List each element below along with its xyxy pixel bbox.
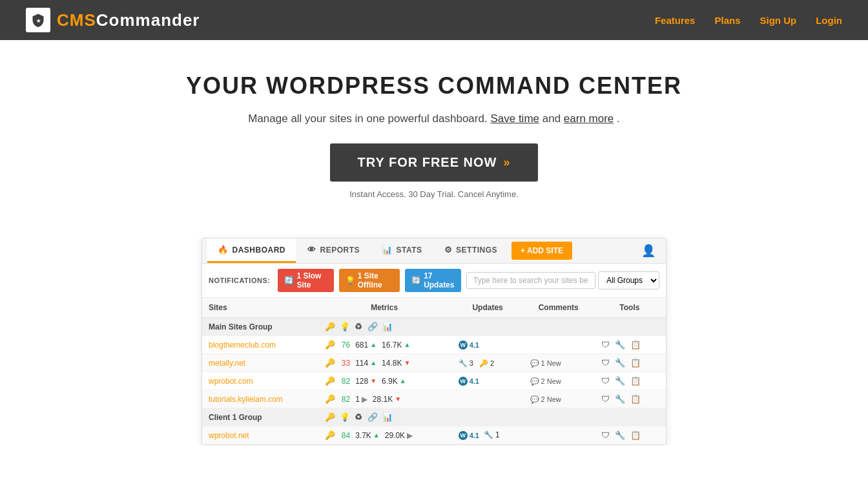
metric2: 6.9K▲ xyxy=(382,377,406,386)
list-icon[interactable]: 📋 xyxy=(630,340,641,350)
updates-cell: W 4.1 🔧 1 xyxy=(452,426,524,445)
comment-badge: 💬 2 New xyxy=(530,377,561,386)
groups-select[interactable]: All Groups xyxy=(598,271,659,289)
shield-icon[interactable]: 🛡 xyxy=(601,394,610,404)
svg-text:★: ★ xyxy=(36,18,41,24)
metrics-cell: 🔑 76 681▲ 16.7K▲ xyxy=(317,336,452,354)
site-link[interactable]: tutorials.kylielam.com xyxy=(209,395,283,404)
key-icon[interactable]: 🔑 xyxy=(325,322,335,331)
site-link[interactable]: metally.net xyxy=(209,359,245,368)
tools-cell: 🛡 🔧 📋 xyxy=(594,336,666,354)
comment-badge: 💬 2 New xyxy=(530,395,561,404)
nav-signup[interactable]: Sign Up xyxy=(760,15,797,26)
link-icon[interactable]: 🔗 xyxy=(367,322,378,331)
group-row: Main Sites Group 🔑 💡 ♻ 🔗 📊 xyxy=(202,318,666,336)
score-red: 33 xyxy=(342,359,350,368)
metrics-cell: 🔑 33 114▲ 14.8K▼ xyxy=(317,354,452,372)
tab-stats[interactable]: 📊 STATS xyxy=(371,238,433,263)
col-sites: Sites xyxy=(202,298,317,318)
table-header-row: Sites Metrics Updates Comments Tools xyxy=(202,298,666,318)
key-icon[interactable]: 🔑 xyxy=(325,394,335,404)
wp-badge: W 4.1 xyxy=(459,431,479,440)
cta-arrow-icon: » xyxy=(503,156,510,169)
tab-settings[interactable]: ⚙ SETTINGS xyxy=(434,238,508,263)
group-row: Client 1 Group 🔑 💡 ♻ 🔗 📊 xyxy=(202,408,666,426)
recycle-icon[interactable]: ♻ xyxy=(355,412,362,422)
tools-cell: 🛡 🔧 📋 xyxy=(594,354,666,372)
chart-icon[interactable]: 📊 xyxy=(382,322,393,331)
tab-reports[interactable]: 👁 REPORTS xyxy=(297,238,370,263)
nav-plans[interactable]: Plans xyxy=(714,15,740,26)
key-icon[interactable]: 🔑 xyxy=(325,412,335,422)
add-site-button[interactable]: + ADD SITE xyxy=(512,242,572,260)
recycle-icon[interactable]: ♻ xyxy=(355,322,362,331)
comments-cell xyxy=(524,336,594,354)
hero-link-earn-more[interactable]: earn more xyxy=(564,112,614,125)
key-icon[interactable]: 🔑 xyxy=(325,376,335,386)
wp-badge: W 4.1 xyxy=(459,377,479,386)
metrics-cell: 🔑 84 3.7K▲ 29.0K▶ xyxy=(317,426,452,445)
list-icon[interactable]: 📋 xyxy=(630,430,641,440)
wrench-icon[interactable]: 🔧 xyxy=(615,394,625,404)
metrics-cell: 🔑 82 1▶ 28.1K▼ xyxy=(317,390,452,408)
nav-features[interactable]: Features xyxy=(655,15,696,26)
table-row: wprobot.com 🔑 82 128▼ 6.9K▲ xyxy=(202,372,666,390)
table-row: wprobot.net 🔑 84 3.7K▲ 29.0K▶ xyxy=(202,426,666,445)
sites-table: Sites Metrics Updates Comments Tools Mai… xyxy=(202,298,666,445)
updates-badge[interactable]: 🔄 17 Updates xyxy=(405,269,461,292)
col-updates: Updates xyxy=(452,298,524,318)
wrench-icon[interactable]: 🔧 xyxy=(615,358,625,368)
shield-icon[interactable]: 🛡 xyxy=(601,340,610,350)
group-tools-icons: 🔑 💡 ♻ 🔗 📊 xyxy=(317,318,452,336)
updates-cell: W 4.1 xyxy=(452,336,524,354)
score-green: 82 xyxy=(342,377,350,386)
shield-icon[interactable]: 🛡 xyxy=(601,376,610,386)
wrench-icon[interactable]: 🔧 xyxy=(615,430,625,440)
site-link[interactable]: blogthemeclub.com xyxy=(209,341,276,350)
hero-link-save-time[interactable]: Save time xyxy=(490,112,539,125)
dashboard-tabs: 🔥 DASHBOARD 👁 REPORTS 📊 STATS ⚙ SETTINGS… xyxy=(202,238,666,264)
comment-badge: 💬 1 New xyxy=(530,359,561,368)
list-icon[interactable]: 📋 xyxy=(630,358,641,368)
key-icon[interactable]: 🔑 xyxy=(325,430,335,440)
link-icon[interactable]: 🔗 xyxy=(367,412,378,422)
group-action xyxy=(594,318,666,336)
search-input[interactable] xyxy=(466,272,595,289)
chart-icon[interactable]: 📊 xyxy=(382,412,393,422)
cta-button[interactable]: TRY FOR FREE NOW » xyxy=(330,143,537,182)
user-icon[interactable]: 👤 xyxy=(636,238,661,263)
updates-cell: W 4.1 xyxy=(452,372,524,390)
list-icon[interactable]: 📋 xyxy=(630,394,641,404)
list-icon[interactable]: 📋 xyxy=(630,376,641,386)
tools-cell: 🛡 🔧 📋 xyxy=(594,372,666,390)
shield-icon[interactable]: 🛡 xyxy=(601,430,610,440)
metrics-cell: 🔑 82 128▼ 6.9K▲ xyxy=(317,372,452,390)
shield-icon[interactable]: 🛡 xyxy=(601,358,610,368)
offline-site-badge[interactable]: 💡 1 Site Offline xyxy=(339,269,400,292)
site-link[interactable]: wprobot.net xyxy=(209,431,249,440)
wrench-icon[interactable]: 🔧 xyxy=(615,376,625,386)
comments-cell xyxy=(524,426,594,445)
nav-login[interactable]: Login xyxy=(816,15,842,26)
tools-cell: 🛡 🔧 📋 xyxy=(594,426,666,445)
group-tools-icons: 🔑 💡 ♻ 🔗 📊 xyxy=(317,408,452,426)
wp-logo-icon: W xyxy=(459,377,468,386)
metric1: 3.7K▲ xyxy=(355,431,380,440)
site-link[interactable]: wprobot.com xyxy=(209,377,253,386)
slow-site-badge[interactable]: 🔄 1 Slow Site xyxy=(278,269,333,292)
dashboard-icon: 🔥 xyxy=(218,245,229,255)
key-icon[interactable]: 🔑 xyxy=(325,358,335,368)
metric1: 114▲ xyxy=(355,359,377,368)
main-nav: Features Plans Sign Up Login xyxy=(655,15,842,26)
site-name-cell: tutorials.kylielam.com xyxy=(202,390,317,408)
metric1: 681▲ xyxy=(355,341,377,350)
notifications-label: NOTIFICATIONS: xyxy=(209,277,270,284)
key-icon[interactable]: 🔑 xyxy=(325,340,335,350)
bulb-icon[interactable]: 💡 xyxy=(340,412,350,422)
metric2: 29.0K▶ xyxy=(385,431,413,440)
bulb-icon[interactable]: 💡 xyxy=(340,322,350,331)
wrench-icon[interactable]: 🔧 xyxy=(615,340,625,350)
offline-icon: 💡 xyxy=(346,276,355,285)
updates-icon: 🔄 xyxy=(411,276,421,285)
tab-dashboard[interactable]: 🔥 DASHBOARD xyxy=(207,238,296,263)
